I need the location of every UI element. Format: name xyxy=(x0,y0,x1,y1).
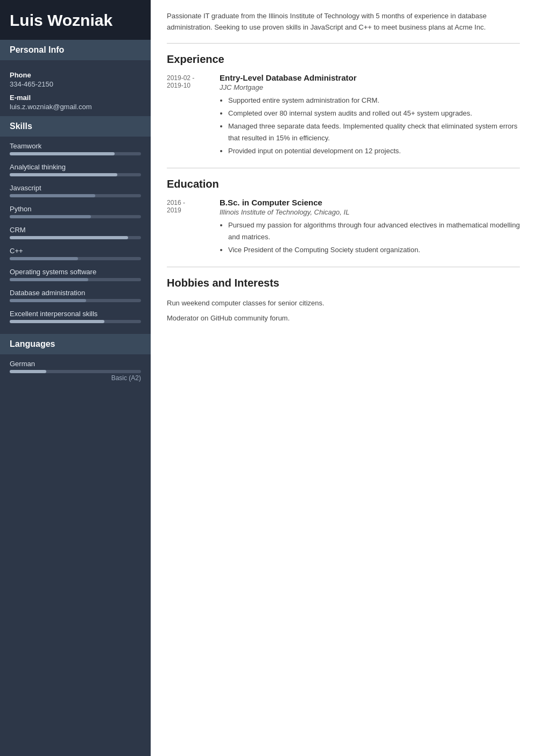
divider-education xyxy=(167,168,520,168)
language-bar-fill xyxy=(10,370,46,373)
skill-bar-fill xyxy=(10,173,117,176)
hobby-item: Run weekend computer classes for senior … xyxy=(167,297,520,309)
skill-bar-fill xyxy=(10,299,86,302)
bullet: Pursued my passion for algorithms throug… xyxy=(228,219,520,243)
skill-name: Operating systems software xyxy=(10,268,141,276)
skill-name: Excellent interpersonal skills xyxy=(10,310,141,318)
skill-item: Python xyxy=(10,205,141,218)
languages-content: German Basic (A2) xyxy=(0,354,151,390)
entry-subtitle: Illinois Institute of Technology, Chicag… xyxy=(220,208,520,216)
skill-bar-fill xyxy=(10,152,115,155)
skill-bar-bg xyxy=(10,278,141,281)
phone-label: Phone xyxy=(10,71,141,79)
skill-bar-bg xyxy=(10,320,141,323)
skills-section-title: Skills xyxy=(0,116,151,137)
entry-title: B.Sc. in Computer Science xyxy=(220,198,520,207)
experience-list: 2019-02 -2019-10 Entry-Level Database Ad… xyxy=(167,73,520,158)
phone-value: 334-465-2150 xyxy=(10,80,141,88)
skill-bar-bg xyxy=(10,257,141,260)
hobbies-title: Hobbies and Interests xyxy=(167,277,520,289)
bullet: Vice President of the Computing Society … xyxy=(228,244,520,256)
skill-item: C++ xyxy=(10,247,141,260)
name-block: Luis Wozniak xyxy=(0,0,151,40)
skill-bar-bg xyxy=(10,194,141,197)
skill-name: C++ xyxy=(10,247,141,255)
main-content: Passionate IT graduate from the Illinois… xyxy=(151,0,536,756)
language-level: Basic (A2) xyxy=(10,374,141,382)
skill-name: Python xyxy=(10,205,141,213)
bullet: Provided input on potential development … xyxy=(228,145,520,157)
skill-name: CRM xyxy=(10,226,141,234)
entry-dates: 2016 -2019 xyxy=(167,198,210,257)
email-label: E-mail xyxy=(10,94,141,102)
skill-bar-fill xyxy=(10,278,88,281)
languages-section-title: Languages xyxy=(0,334,151,354)
entry-subtitle: JJC Mortgage xyxy=(220,83,520,91)
entry-bullets: Supported entire system administration f… xyxy=(220,95,520,157)
bullet: Supported entire system administration f… xyxy=(228,95,520,106)
personal-info-content: Phone 334-465-2150 E-mail luis.z.wozniak… xyxy=(0,60,151,116)
skill-item: Excellent interpersonal skills xyxy=(10,310,141,323)
personal-info-section-title: Personal Info xyxy=(0,40,151,60)
entry-body: B.Sc. in Computer Science Illinois Insti… xyxy=(220,198,520,257)
hobbies-section: Hobbies and Interests Run weekend comput… xyxy=(167,277,520,324)
skill-name: Analytical thinking xyxy=(10,163,141,171)
divider-hobbies xyxy=(167,267,520,267)
education-list: 2016 -2019 B.Sc. in Computer Science Ill… xyxy=(167,198,520,257)
skill-bar-bg xyxy=(10,152,141,155)
skill-name: Database administration xyxy=(10,289,141,297)
experience-entry: 2019-02 -2019-10 Entry-Level Database Ad… xyxy=(167,73,520,158)
skill-item: Javascript xyxy=(10,184,141,197)
skill-bar-bg xyxy=(10,299,141,302)
education-title: Education xyxy=(167,178,520,190)
skill-item: Analytical thinking xyxy=(10,163,141,176)
entry-dates: 2019-02 -2019-10 xyxy=(167,73,210,158)
language-bar-bg xyxy=(10,370,141,373)
skill-name: Teamwork xyxy=(10,142,141,150)
skill-item: Operating systems software xyxy=(10,268,141,281)
skill-bar-fill xyxy=(10,320,104,323)
skill-bar-bg xyxy=(10,215,141,218)
entry-bullets: Pursued my passion for algorithms throug… xyxy=(220,219,520,256)
skill-item: CRM xyxy=(10,226,141,239)
hobby-item: Moderator on GitHub community forum. xyxy=(167,312,520,324)
experience-title: Experience xyxy=(167,53,520,66)
skills-content: Teamwork Analytical thinking Javascript … xyxy=(0,137,151,334)
skill-item: Database administration xyxy=(10,289,141,302)
skill-bar-fill xyxy=(10,257,78,260)
skill-item: Teamwork xyxy=(10,142,141,155)
summary-text: Passionate IT graduate from the Illinois… xyxy=(167,11,520,44)
skill-bar-fill xyxy=(10,194,95,197)
language-name: German xyxy=(10,360,141,368)
language-item: German Basic (A2) xyxy=(10,360,141,382)
education-entry: 2016 -2019 B.Sc. in Computer Science Ill… xyxy=(167,198,520,257)
entry-body: Entry-Level Database Administrator JJC M… xyxy=(220,73,520,158)
experience-section: Experience 2019-02 -2019-10 Entry-Level … xyxy=(167,53,520,158)
email-value: luis.z.wozniak@gmail.com xyxy=(10,103,141,111)
skill-bar-bg xyxy=(10,236,141,239)
full-name: Luis Wozniak xyxy=(10,11,141,30)
skill-name: Javascript xyxy=(10,184,141,192)
education-section: Education 2016 -2019 B.Sc. in Computer S… xyxy=(167,178,520,257)
bullet: Completed over 80 internal system audits… xyxy=(228,108,520,119)
skill-bar-fill xyxy=(10,215,91,218)
skill-bar-fill xyxy=(10,236,128,239)
hobbies-list: Run weekend computer classes for senior … xyxy=(167,297,520,324)
entry-title: Entry-Level Database Administrator xyxy=(220,73,520,82)
bullet: Managed three separate data feeds. Imple… xyxy=(228,120,520,144)
sidebar: Luis Wozniak Personal Info Phone 334-465… xyxy=(0,0,151,756)
skill-bar-bg xyxy=(10,173,141,176)
